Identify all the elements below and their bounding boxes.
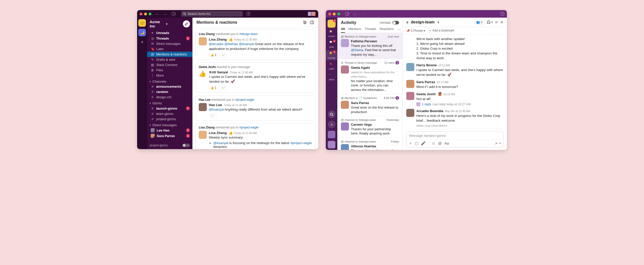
history-icon[interactable] — [345, 12, 349, 16]
ch-team-gizmo[interactable]: #team-gizmo — [147, 111, 192, 116]
slack-window-1: ← → Search Acme Inc ? 😊 🌙 + Acme Inc ▼ ≡… — [137, 10, 318, 149]
reaction-card[interactable]: Geeta Joshi reacted to your message 👍 Kr… — [195, 62, 315, 93]
add-reaction[interactable]: ☺︎⁺ — [220, 86, 227, 90]
nav-mentions[interactable]: @Mentions & reactions — [147, 52, 192, 57]
nav-later[interactable]: 🔖Later — [147, 46, 192, 52]
activity-pane: Activity Unreads All Mentions Threads Re… — [337, 18, 403, 150]
rail-later[interactable]: 🔖Later — [326, 61, 337, 71]
attachment-canvas[interactable]: 🗒️ Globo Corp Client BriefCanvas — [416, 129, 503, 129]
tab-mentions[interactable]: Mentions — [348, 27, 361, 33]
card-meta: Lisa Zhang mentioned you in #project-eag… — [199, 126, 312, 129]
reaction[interactable]: 👍1 — [209, 86, 218, 90]
ch-random[interactable]: #random — [147, 89, 192, 94]
window-controls[interactable] — [140, 13, 151, 15]
nav-slack-connect[interactable]: ▧Slack Connect — [147, 62, 192, 68]
ch-launch-gizmo[interactable]: #launch-gizmo1 — [147, 106, 192, 111]
filter-icon[interactable] — [303, 20, 307, 25]
nav-forward[interactable]: → — [163, 12, 167, 16]
rail-dms[interactable]: 💬DMs1 — [326, 40, 337, 49]
search-placeholder: Search Acme Inc — [188, 12, 211, 16]
video-icon[interactable]: ▢ — [415, 141, 418, 146]
unreads-toggle[interactable] — [392, 21, 399, 24]
message[interactable]: Geeta Joshi 🙋🏽 10:15 AMNot at all! 1 rep… — [406, 91, 503, 108]
mention-icon[interactable]: @ — [438, 141, 442, 145]
message[interactable]: Arcadio BuendiaMay 8th at 11:30 AMHere's… — [406, 108, 503, 129]
profile-avatar[interactable] — [328, 131, 335, 138]
mention-card[interactable]: Lisa Zhang mentioned you in #design-team… — [195, 29, 315, 60]
rail-activity[interactable]: 🔔Activity2 — [326, 50, 337, 60]
side-panel-icon[interactable] — [310, 20, 314, 25]
help-icon[interactable]: ? — [246, 12, 250, 16]
window-controls[interactable] — [328, 13, 340, 15]
activity-item[interactable]: @ channel in #design-teamYesterday Carme… — [337, 116, 403, 138]
ch-project-gizmo[interactable]: #project-gizmo — [147, 116, 192, 122]
tab-threads[interactable]: Threads — [365, 27, 376, 33]
ws-switcher[interactable]: 1 — [328, 20, 336, 28]
section-dms[interactable]: ▾Direct messages — [147, 122, 192, 127]
dm-sara-parras[interactable]: Sara Parras1 — [147, 133, 192, 139]
emoji-icon[interactable]: ☺ — [432, 141, 435, 145]
profile-avatar[interactable] — [328, 141, 335, 148]
rail-home[interactable]: 🏠Home — [326, 29, 337, 39]
reaction[interactable]: 👍1 — [209, 53, 218, 57]
close-icon[interactable]: ✕ — [500, 20, 503, 25]
nav-more[interactable]: ⋮More — [147, 73, 192, 78]
help-icon[interactable]: ? — [500, 12, 504, 16]
bookmark-bar: 📌 5 Pinned ▾ ＋ Add a bookmark — [403, 27, 507, 35]
tab-reactions[interactable]: Reactions — [380, 27, 394, 33]
nav-back[interactable]: ← — [155, 12, 159, 16]
search-input[interactable]: Search Acme Inc — [181, 11, 243, 17]
ws-switcher[interactable]: 😊 — [138, 19, 146, 27]
message[interactable]: Harry Boone10:12 AMI spoke to Carmen las… — [406, 62, 503, 79]
attach-icon[interactable]: ＋ — [409, 141, 412, 146]
section-gizmo[interactable]: ▾Gizmo — [147, 100, 192, 106]
ws-other[interactable]: 🌙 — [138, 29, 146, 36]
history-icon[interactable] — [172, 12, 176, 16]
add-bookmark-button[interactable]: ＋ Add a bookmark — [429, 28, 454, 33]
rail-more[interactable]: ⋯More — [326, 72, 337, 82]
activity-item[interactable]: @ channel in #design-teamFriday Alfonso … — [337, 138, 403, 150]
nav-dms[interactable]: ✉︎Direct messages — [147, 41, 192, 46]
activity-item[interactable]: ◎Thread in direct message12 mins1 Geeta … — [337, 59, 403, 94]
header-avatars[interactable] — [309, 12, 316, 16]
tabs-overflow[interactable]: ⋯ — [397, 27, 401, 33]
titlebar: ← → ? — [326, 10, 507, 18]
workspace-header[interactable]: Acme Inc ▼ — [147, 18, 192, 30]
canvas-icon[interactable]: ⧉ — [495, 20, 498, 24]
message-composer[interactable]: Message #project-gizmo ＋ ▢ 🎤 | ☺ @ Aa ➤ … — [406, 131, 503, 147]
nav-threads[interactable]: ◎Threads1 — [147, 36, 192, 41]
nav-drafts[interactable]: ✎Drafts & sent — [147, 57, 192, 62]
send-icon[interactable]: ➤ ▾ — [495, 141, 501, 146]
ch-design-crit[interactable]: #design-crit — [147, 94, 192, 100]
dm-lee-hao[interactable]: Lee Hao2 — [147, 127, 192, 133]
message[interactable]: Sara Parras10:12 AMMind if I add it in t… — [406, 79, 503, 91]
thread-link[interactable]: 1 replyLast reply today at 10:27 AM — [416, 102, 503, 107]
nav-forward[interactable]: → — [361, 12, 365, 16]
members-button[interactable]: 👥 8 — [474, 20, 484, 25]
activity-item[interactable]: @ Mention in 📄 Guidelines4:45 PM1 Sara P… — [337, 94, 403, 116]
nav-files[interactable]: 🗎Files — [147, 68, 192, 73]
compose-button[interactable] — [183, 20, 190, 27]
card-meta: Geeta Joshi reacted to your message — [199, 65, 312, 69]
chevron-down-icon[interactable]: ▼ — [437, 21, 440, 24]
search-button[interactable] — [328, 111, 335, 118]
format-icon[interactable]: Aa — [444, 141, 449, 145]
reaction-emoji: 👍 — [199, 70, 206, 84]
add-reaction[interactable]: ☺︎⁺ — [220, 53, 227, 57]
tab-all[interactable]: All — [341, 27, 345, 33]
add-reaction[interactable]: ☺︎⁺ — [209, 113, 217, 118]
nav-unreads[interactable]: ≡Unreads — [147, 30, 192, 36]
nav-back[interactable]: ← — [353, 12, 357, 16]
ch-announcements[interactable]: #announcements — [147, 84, 192, 89]
huddle-toggle[interactable]: ⦿🎧 — [182, 144, 190, 147]
mention-card[interactable]: Lisa Zhang mentioned you in #project-eag… — [195, 123, 315, 149]
mention-card[interactable]: Hao Lee mentioned you in #project-eagle … — [195, 95, 315, 121]
section-channels[interactable]: ▾Channels — [147, 78, 192, 84]
activity-item[interactable]: @ Mention in #design-teamJust now Fathim… — [337, 33, 403, 59]
huddle-icon[interactable]: 🎧 ▾ — [487, 20, 493, 24]
mic-icon[interactable]: 🎤 — [421, 141, 426, 146]
feed: Lisa Zhang mentioned you in #design-team… — [192, 27, 318, 149]
compose-button[interactable]: ＋ — [328, 121, 335, 128]
pinned-button[interactable]: 📌 5 Pinned ▾ — [406, 29, 425, 32]
add-workspace-button[interactable]: + — [138, 38, 146, 46]
